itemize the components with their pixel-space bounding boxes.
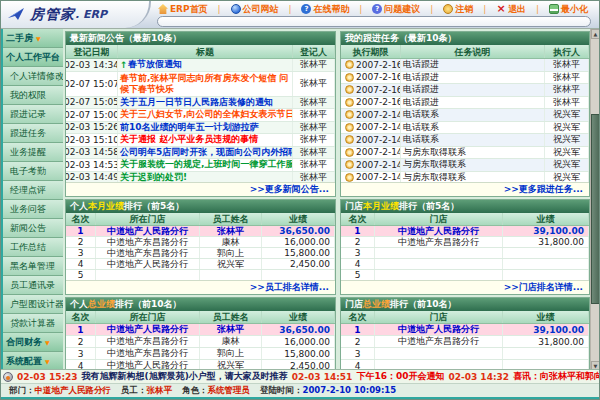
sidebar-item-5[interactable]: 跟进记录 [3,105,63,124]
value-cell: 31,800.00 [503,237,589,247]
sidebar-item-3[interactable]: 个人详情修改 [3,67,63,86]
task-date: 2007-2-16 [341,84,401,96]
toolbar-button-label: 最小化 [561,3,588,16]
name-cell: 祝兴军 [200,259,262,269]
task-user: 祝兴军 [545,109,589,121]
sidebar-item-11[interactable]: 新闻公告 [3,219,63,238]
toolbar-button-4[interactable]: 问题建议 [372,3,420,16]
sidebar-item-10[interactable]: 业务问答 [3,200,63,219]
rank-row: 2中道地产东昌路分行康林16,000.00 [66,237,335,248]
task-desc: 电话联系 [401,134,545,146]
news-title-link[interactable]: 关于五月一日节日人民路店装修的通知 [118,97,293,109]
sidebar: 二手房▼个人工作平台▶个人详情修改我的权限跟进记录跟进任务业务提醒电子考勤经理点… [1,29,63,371]
news-title-link[interactable]: 关于通报 赵小平业务员违规的事情 [118,134,293,146]
toolbar-button-7[interactable]: 最小化 [549,3,588,16]
rank-cell: 4 [341,259,375,269]
more-news-link[interactable]: >>更多新闻公告... [250,184,329,194]
news-title-link[interactable]: 春节前,张林平同志向所有房东发个短信 问候下春节快乐 [118,72,293,96]
value-cell [503,259,589,269]
toolbar-button-label: 公司网站 [243,3,279,16]
task-date: 2007-2-16 [341,59,401,71]
panel-shop-month-rank: 门店本月业绩排行（前5名） 名次门店业绩1中道地产人民路分行39,100.002… [340,199,590,295]
task-desc: 与房东取得联系 [401,159,545,171]
task-desc: 电话跟进 [401,72,545,84]
table-header-row: 名次所在门店员工姓名业绩 [66,213,335,226]
task-row[interactable]: 2007-2-14与房东取得联系祝兴军 [341,147,589,160]
rank-cell: 5 [66,270,96,280]
news-user: 张林平 [293,72,335,96]
vertical-scrollbar[interactable]: ▲ ▼ [590,29,599,371]
column-header: 业绩 [503,311,589,323]
sidebar-item-13[interactable]: 黑名单管理 [3,257,63,276]
sidebar-item-1[interactable]: 二手房▼ [3,29,63,48]
rank-cell: 1 [66,226,96,236]
task-row[interactable]: 2007-2-14与房东取得联系祝兴军 [341,159,589,172]
sidebar-item-4[interactable]: 我的权限 [3,86,63,105]
toolbar-button-3[interactable]: 在线帮助 [301,3,349,16]
task-user: 张林平 [545,84,589,96]
toolbar-button-6[interactable]: 退出 [496,3,526,16]
sidebar-item-2[interactable]: 个人工作平台▶ [3,48,63,67]
store-cell: 中道地产人民路分行 [96,259,200,269]
sidebar-item-9[interactable]: 经理点评 [3,181,63,200]
value-cell: 2,450.00 [262,259,335,269]
store-cell: 中道地产东昌路分行 [96,237,200,247]
sidebar-item-12[interactable]: 工作总结 [3,238,63,257]
sidebar-item-16[interactable]: 贷款计算器 [3,314,63,333]
clock-icon [345,85,354,94]
sidebar-item-17[interactable]: 合同财务▼ [3,333,63,352]
sidebar-item-15[interactable]: 户型图设计器 [3,295,63,314]
news-user: 张林平 [293,134,335,146]
chevron-down-icon: ▼ [45,358,50,365]
help-icon [301,4,311,14]
sidebar-item-7[interactable]: 业务提醒 [3,143,63,162]
status-field: 登陆时间：2007-2-10 10:09:15 [260,385,396,397]
news-date: 02-03 15:10 [66,134,118,146]
news-title-link[interactable]: 关于服装统一的规定,上班时间一律穿工作服 [118,159,293,171]
store-cell: 中道地产人民路分行 [375,226,503,236]
exit-icon [496,4,506,14]
sidebar-item-8[interactable]: 电子考勤 [3,162,63,181]
table-header-row: 登记日期标题登记人 [66,45,335,59]
toolbar-button-label: 注销 [455,3,473,16]
chevron-down-icon: ▼ [36,35,41,42]
task-row[interactable]: 2007-2-14电话联系祝兴军 [341,134,589,147]
sidebar-item-6[interactable]: 跟进任务 [3,124,63,143]
task-row[interactable]: 2007-2-14电话联系祝兴军 [341,122,589,135]
panel-tasks-title: 我的跟进任务（最新10条） [341,32,589,45]
toolbar-button-2[interactable]: 公司网站 [231,3,279,16]
table-header-row: 执行期限任务说明执行人 [341,45,589,59]
news-title-link[interactable]: 春节放假通知 [118,59,293,71]
announcement-text: 下午16：00开会通知 [356,370,444,383]
value-cell: 36,650.00 [262,324,335,335]
toolbar-button-1[interactable]: ERP首页 [158,3,208,16]
column-header: 业绩 [262,311,335,323]
rank-row: 1中道地产人民路分行39,100.00 [341,226,589,237]
scrollbar-thumb[interactable] [591,114,599,304]
task-row[interactable]: 2007-2-14电话联系祝兴军 [341,109,589,122]
task-row[interactable]: 2007-2-16电话跟进张林平 [341,59,589,72]
task-row[interactable]: 2007-2-16电话跟进张林平 [341,72,589,85]
task-row[interactable]: 2007-2-16电话跟进张林平 [341,84,589,97]
value-cell: 39,100.00 [503,226,589,236]
more-tasks-link[interactable]: >>更多跟进任务... [504,184,583,194]
task-user: 张林平 [545,97,589,109]
clock-icon [345,60,354,69]
minimize-icon [549,4,559,14]
scroll-up-arrow-icon[interactable]: ▲ [591,29,599,39]
news-title-link[interactable]: 前10名业绩的明年五一计划游拉萨 [118,122,293,134]
more-employee-rank-link[interactable]: >>员工排名详情... [250,282,329,292]
task-row[interactable]: 2007-2-16电话跟进张林平 [341,97,589,110]
sidebar-item-14[interactable]: 员工通讯录 [3,276,63,295]
rank-row: 3中道地产东昌路分行郭向上15,800.00 [66,248,335,259]
task-date: 2007-2-14 [341,109,401,121]
panel-shop-total-rank: 门店总业绩排行（前10名） 名次门店业绩1中道地产人民路分行39,100.002… [340,297,590,371]
more-shop-rank-link[interactable]: >>门店排名详情... [504,282,583,292]
clock-icon [345,160,354,169]
news-title-link[interactable]: 公司明年5店同时开张，现面向公司内外招聘店长 [118,147,293,159]
column-header: 登记日期 [66,45,118,58]
clock-icon [345,98,354,107]
news-title-link[interactable]: 关于三八妇女节,向公司的全体妇女表示节日的问候 [118,109,293,121]
task-desc: 电话联系 [401,109,545,121]
toolbar-button-5[interactable]: 注销 [443,3,473,16]
